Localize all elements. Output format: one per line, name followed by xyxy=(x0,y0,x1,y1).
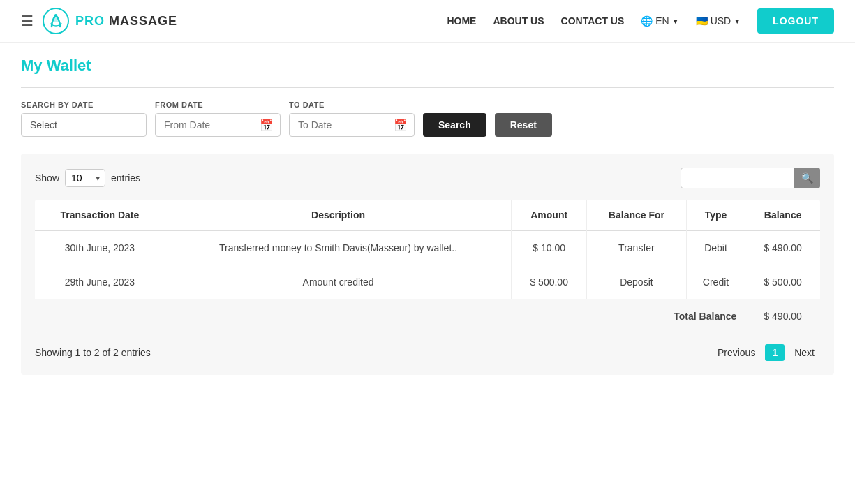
to-date-input[interactable] xyxy=(289,113,415,137)
hamburger-icon[interactable]: ☰ xyxy=(21,13,34,29)
cell-balance: $ 490.00 xyxy=(745,231,820,265)
col-balance-for: Balance For xyxy=(587,200,687,231)
cell-amount: $ 500.00 xyxy=(512,265,587,299)
cell-type: Debit xyxy=(686,231,745,265)
lang-label: EN xyxy=(655,15,669,27)
cell-description: Amount credited xyxy=(165,265,512,299)
svg-point-1 xyxy=(54,14,57,17)
cell-balance-for: Transfer xyxy=(587,231,687,265)
cell-type: Credit xyxy=(686,265,745,299)
lang-flag-icon: 🌐 xyxy=(641,15,653,27)
table-body: 30th June, 2023 Transferred money to Smi… xyxy=(35,231,820,334)
previous-button[interactable]: Previous xyxy=(712,344,761,361)
table-header-row: Transaction Date Description Amount Bala… xyxy=(35,200,820,231)
entries-select-wrap: 10 25 50 100 xyxy=(65,169,105,187)
cell-balance-for: Deposit xyxy=(587,265,687,299)
col-description: Description xyxy=(165,200,512,231)
page-number-1[interactable]: 1 xyxy=(765,344,785,361)
header-nav: HOME ABOUT US CONTACT US 🌐 EN ▼ 🇺🇦 USD ▼… xyxy=(447,8,834,34)
page-title: My Wallet xyxy=(21,57,834,75)
logo-svg xyxy=(42,7,70,35)
currency-label: USD xyxy=(711,15,731,27)
cell-date: 29th June, 2023 xyxy=(35,265,165,299)
to-date-label: TO DATE xyxy=(289,101,415,109)
table-row: 29th June, 2023 Amount credited $ 500.00… xyxy=(35,265,820,299)
next-button[interactable]: Next xyxy=(789,344,820,361)
search-by-date-group: SEARCH BY DATE Select xyxy=(21,101,147,137)
logo: PRO MASSAGE xyxy=(42,7,177,35)
total-row: Total Balance $ 490.00 xyxy=(35,299,820,334)
filter-section: SEARCH BY DATE Select FROM DATE 📅 TO DAT… xyxy=(21,101,834,137)
divider xyxy=(21,87,834,88)
logout-button[interactable]: LOGOUT xyxy=(757,8,834,34)
entries-label: entries xyxy=(111,172,140,184)
currency-flag-icon: 🇺🇦 xyxy=(696,15,708,27)
search-by-date-select[interactable]: Select xyxy=(21,113,147,137)
total-balance-value: $ 490.00 xyxy=(745,299,820,334)
cell-date: 30th June, 2023 xyxy=(35,231,165,265)
table-section: Show 10 25 50 100 entries 🔍 xyxy=(21,154,834,375)
entries-select[interactable]: 10 25 50 100 xyxy=(65,169,105,187)
table-search-button[interactable]: 🔍 xyxy=(794,168,820,188)
cell-balance: $ 500.00 xyxy=(745,265,820,299)
pagination-controls: Previous 1 Next xyxy=(712,344,820,361)
table-row: 30th June, 2023 Transferred money to Smi… xyxy=(35,231,820,265)
col-type: Type xyxy=(686,200,745,231)
search-by-date-label: SEARCH BY DATE xyxy=(21,101,147,109)
cell-amount: $ 10.00 xyxy=(512,231,587,265)
nav-home[interactable]: HOME xyxy=(447,15,476,27)
from-date-wrap: 📅 xyxy=(155,113,281,137)
currency-selector[interactable]: 🇺🇦 USD ▼ xyxy=(696,15,741,27)
pagination-section: Showing 1 to 2 of 2 entries Previous 1 N… xyxy=(35,344,820,361)
showing-entries-text: Showing 1 to 2 of 2 entries xyxy=(35,347,151,358)
from-date-input[interactable] xyxy=(155,113,281,137)
col-transaction-date: Transaction Date xyxy=(35,200,165,231)
from-date-group: FROM DATE 📅 xyxy=(155,101,281,137)
reset-button[interactable]: Reset xyxy=(495,113,552,137)
from-date-label: FROM DATE xyxy=(155,101,281,109)
to-date-group: TO DATE 📅 xyxy=(289,101,415,137)
total-balance-label: Total Balance xyxy=(35,299,745,334)
header-left: ☰ PRO MASSAGE xyxy=(21,7,177,35)
page-content: My Wallet SEARCH BY DATE Select FROM DAT… xyxy=(0,43,855,389)
cell-description: Transferred money to Smith Davis(Masseur… xyxy=(165,231,512,265)
show-label: Show xyxy=(35,172,59,184)
nav-about[interactable]: ABOUT US xyxy=(493,15,544,27)
logo-text: PRO MASSAGE xyxy=(75,14,177,29)
search-button[interactable]: Search xyxy=(423,113,486,137)
table-search-wrap: 🔍 xyxy=(681,168,820,188)
nav-contact[interactable]: CONTACT US xyxy=(561,15,625,27)
col-balance: Balance xyxy=(745,200,820,231)
show-entries: Show 10 25 50 100 entries xyxy=(35,169,140,187)
header: ☰ PRO MASSAGE HOME ABOUT US CONTACT US 🌐… xyxy=(0,0,855,43)
chevron-down-icon: ▼ xyxy=(734,17,741,25)
chevron-down-icon: ▼ xyxy=(672,17,679,25)
to-date-wrap: 📅 xyxy=(289,113,415,137)
transactions-table: Transaction Date Description Amount Bala… xyxy=(35,200,820,333)
language-selector[interactable]: 🌐 EN ▼ xyxy=(641,15,678,27)
table-header: Transaction Date Description Amount Bala… xyxy=(35,200,820,231)
col-amount: Amount xyxy=(512,200,587,231)
table-controls: Show 10 25 50 100 entries 🔍 xyxy=(35,168,820,188)
